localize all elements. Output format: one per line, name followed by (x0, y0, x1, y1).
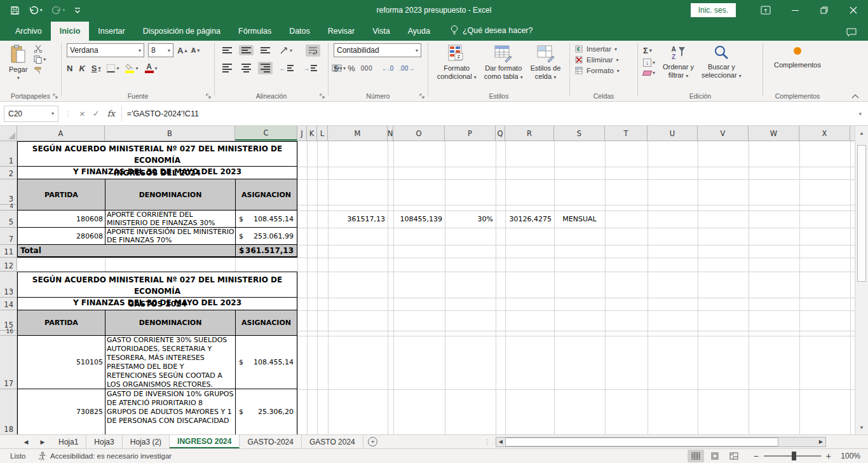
cells-area[interactable]: 361517,13 108455,139 30% 30126,4275 MENS… (17, 141, 855, 434)
tab-ayuda[interactable]: Ayuda (399, 22, 439, 41)
cell-denominacion-header-2[interactable]: DENOMINACION (105, 310, 236, 335)
increase-decimal-button[interactable]: ←.0 (382, 65, 393, 72)
collapse-ribbon-icon[interactable] (851, 93, 859, 99)
accessibility-status[interactable]: Accesibilidad: es necesario investigar (38, 452, 172, 460)
cell-C7[interactable]: $ 253.061,99 (236, 228, 297, 244)
sheet-tab-gasto-2024b[interactable]: GASTO 2024 (302, 435, 363, 448)
cell-B7[interactable]: APORTE INVERSIÓN DEL MINISTERIO DE FINAN… (105, 228, 236, 244)
grow-font-button[interactable]: A▴ (177, 46, 187, 55)
delete-cells-button[interactable]: Eliminar▾ (575, 56, 619, 64)
restore-button[interactable] (810, 0, 839, 20)
tab-vista[interactable]: Vista (363, 22, 399, 41)
col-header-L[interactable]: L (317, 126, 328, 141)
number-format-combo[interactable]: Contabilidad▾ (334, 43, 421, 57)
row-header-16[interactable]: 16 (0, 331, 17, 336)
insert-cells-button[interactable]: Insertar▾ (575, 45, 617, 53)
decrease-indent-icon[interactable]: ← (277, 63, 296, 74)
font-color-button[interactable]: A ▾ (145, 64, 158, 73)
col-header-X[interactable]: X (799, 126, 850, 141)
cell-O5[interactable]: 108455,139 (393, 211, 445, 228)
col-header-U[interactable]: U (648, 126, 698, 141)
row-header-7[interactable]: 7 (0, 228, 17, 245)
sheet-tab-ingreso-2024[interactable]: INGRESO 2024 (170, 435, 240, 448)
row-header-13[interactable]: 13 (0, 272, 17, 298)
find-select-button[interactable]: Buscar y seleccionar ▾ (698, 43, 745, 81)
col-header-C[interactable]: C (235, 126, 297, 141)
col-header-O[interactable]: O (393, 126, 445, 141)
format-painter-icon[interactable] (34, 66, 46, 74)
cell-A18[interactable]: 730825 (18, 389, 105, 434)
borders-button[interactable]: ▾ (107, 64, 119, 73)
col-header-A[interactable]: A (17, 126, 105, 141)
col-header-S[interactable]: S (554, 126, 605, 141)
horizontal-scrollbar[interactable]: ◀ ▶ (496, 437, 826, 447)
cell-A5[interactable]: 180608 (18, 211, 105, 227)
currency-format-button[interactable]: $▾ (334, 64, 342, 73)
autosum-button[interactable]: Σ▾ (643, 46, 655, 55)
scroll-left-icon[interactable]: ◀ (496, 439, 505, 445)
decrease-decimal-button[interactable]: .00→ (399, 65, 414, 72)
accept-icon[interactable]: ✓ (93, 109, 100, 118)
save-icon[interactable] (10, 6, 20, 15)
row-header-14[interactable]: 14 (0, 298, 17, 310)
zoom-slider-track[interactable] (764, 455, 821, 457)
cell-S5[interactable]: MENSUAL (554, 211, 605, 228)
cell-C18[interactable]: $ 25.306,20 (236, 389, 297, 434)
italic-button[interactable]: K (79, 64, 85, 73)
sheet-tab-gasto-2024a[interactable]: GASTO-2024 (240, 435, 301, 448)
addins-button[interactable]: Complementos (770, 43, 825, 71)
fill-color-button[interactable]: ▾ (125, 64, 138, 73)
formula-input[interactable]: ='GASTO-2024'!C11 (121, 106, 853, 122)
bold-button[interactable]: N (67, 64, 72, 73)
col-header-V[interactable]: V (698, 126, 749, 141)
horizontal-scroll-thumb[interactable] (505, 438, 778, 446)
tab-revisar[interactable]: Revisar (319, 22, 363, 41)
zoom-out-icon[interactable]: − (754, 451, 759, 461)
font-dialog-launcher[interactable] (206, 93, 212, 99)
sheet-tab-hoja3-2[interactable]: Hoja3 (2) (123, 435, 170, 448)
cell-acuerdo-1[interactable]: SEGÚN ACUERDO MINISTERIAL Nº 027 DEL MIN… (18, 142, 297, 167)
name-box[interactable]: C20 ▾ (4, 106, 58, 122)
number-dialog-launcher[interactable] (419, 93, 425, 99)
cell-A17[interactable]: 510105 (18, 336, 105, 389)
scroll-down-icon[interactable]: ▼ (855, 420, 868, 434)
cell-M5[interactable]: 361517,13 (328, 211, 388, 228)
row-header-2[interactable]: 2 (0, 167, 17, 179)
row-header-1[interactable]: 1 (0, 141, 17, 167)
zoom-in-icon[interactable]: + (826, 451, 831, 461)
ingresos-title-block[interactable]: SEGÚN ACUERDO MINISTERIAL Nº 027 DEL MIN… (17, 141, 297, 179)
sort-filter-button[interactable]: AZ Ordenar y filtrar ▾ (659, 43, 698, 81)
cell-B18[interactable]: GASTO DE INVERSION 10% GRUPOS DE ATENCIÓ… (105, 389, 236, 434)
row-header-12[interactable]: 12 (0, 258, 17, 272)
cell-C5[interactable]: $ 108.455,14 (236, 211, 297, 227)
increase-indent-icon[interactable]: → (301, 63, 320, 74)
align-right-icon[interactable] (258, 62, 273, 74)
sheet-nav-left-icon[interactable]: ◀ (18, 435, 34, 448)
orientation-icon[interactable]: ▾ (277, 45, 295, 57)
sign-in-button[interactable]: Inic. ses. (691, 3, 736, 17)
sheet-tab-hoja3[interactable]: Hoja3 (86, 435, 122, 448)
underline-button[interactable]: S▾ (92, 64, 101, 73)
tab-splitter-handle[interactable]: ⋮ (484, 435, 491, 448)
cell-C11[interactable]: $ 361.517,13 (236, 245, 297, 256)
cell-B17[interactable]: GASTO CORRIENTE 30% SUELDOS AUTORIDADES,… (105, 336, 236, 389)
align-top-icon[interactable] (220, 45, 234, 55)
scroll-right-icon[interactable]: ▶ (817, 439, 825, 445)
cell-P5[interactable]: 30% (445, 211, 496, 228)
col-header-B[interactable]: B (105, 126, 235, 141)
gastos-title-block[interactable]: SEGÚN ACUERDO MINISTERIAL Nº 027 DEL MIN… (17, 272, 297, 310)
tab-datos[interactable]: Datos (280, 22, 319, 41)
cell-A7[interactable]: 280608 (18, 228, 105, 244)
cell-ingresos-title[interactable]: INGRESOS DEL 2024 (18, 167, 297, 179)
cell-C17[interactable]: $ 108.455,14 (236, 336, 297, 389)
cell-partida-header-2[interactable]: PARTIDA (18, 310, 105, 335)
col-header-T[interactable]: T (605, 126, 648, 141)
row-header-17[interactable]: 17 (0, 336, 17, 389)
row-header-4[interactable]: 4 (0, 205, 17, 211)
cell-partida-header[interactable]: PARTIDA (18, 179, 105, 210)
col-header-R[interactable]: R (505, 126, 554, 141)
format-as-table-button[interactable]: Dar formato como tabla ▾ (480, 43, 527, 83)
conditional-formatting-button[interactable]: ≠ Formato condicional ▾ (433, 43, 480, 83)
wrap-text-icon[interactable] (306, 45, 320, 57)
ribbon-display-options-icon[interactable] (751, 0, 780, 20)
